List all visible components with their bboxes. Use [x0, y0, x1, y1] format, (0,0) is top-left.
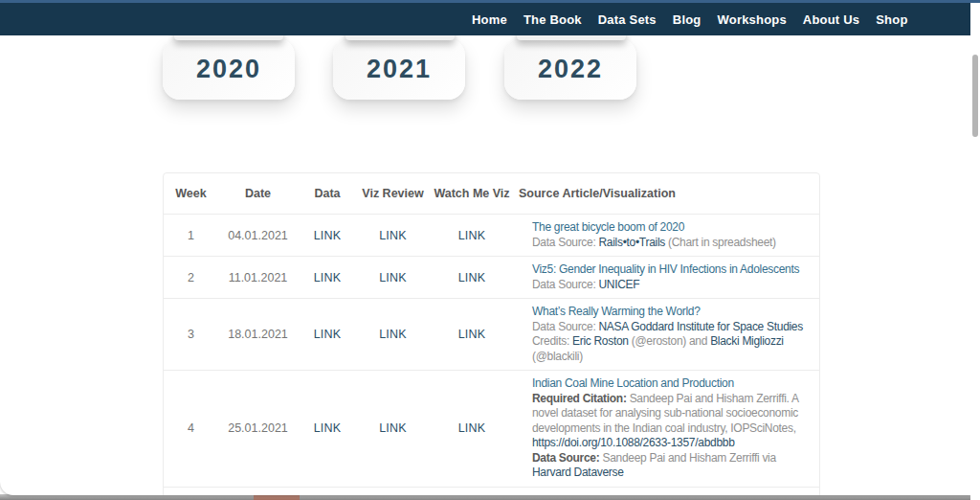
source-cell: Renewables Overtake Fossil Fuels in Euro…	[515, 495, 819, 496]
col-header-source: Source Article/Visualization	[515, 173, 819, 214]
date-cell: 04.01.2021	[218, 229, 298, 242]
date-cell: 25.01.2021	[218, 421, 298, 435]
credit-link[interactable]: Eric Roston	[572, 334, 629, 348]
data-source-note: (Chart in spreadsheet)	[665, 236, 776, 249]
watch-me-viz-link[interactable]: LINK	[429, 421, 515, 435]
nav-item-data-sets[interactable]: Data Sets	[598, 12, 657, 27]
watch-me-viz-link[interactable]: LINK	[429, 229, 515, 242]
credits-text: (@eroston) and	[629, 334, 710, 348]
article-title-link[interactable]: The great bicycle boom of 2020	[532, 220, 806, 236]
col-header-week: Week	[164, 180, 218, 207]
year-button-2020[interactable]: 2020	[163, 38, 295, 100]
week-cell: 3	[164, 328, 218, 341]
source-cell: The great bicycle boom of 2020 Data Sour…	[515, 215, 819, 256]
data-link[interactable]: LINK	[298, 271, 357, 284]
date-cell: 11.01.2021	[218, 271, 298, 284]
article-title-link[interactable]: Viz5: Gender Inequality in HIV Infection…	[532, 262, 806, 278]
col-header-data: Data	[298, 180, 357, 207]
top-accent-bar	[0, 0, 980, 3]
data-source-text: Sandeep Pai and Hisham Zerriffi via	[599, 451, 775, 465]
nav-item-about-us[interactable]: About Us	[803, 12, 859, 27]
nav-item-workshops[interactable]: Workshops	[718, 12, 787, 27]
nav-item-the-book[interactable]: The Book	[523, 12, 582, 27]
nav-item-shop[interactable]: Shop	[876, 12, 907, 27]
week-cell: 4	[164, 421, 218, 435]
year-button-2021[interactable]: 2021	[333, 38, 465, 100]
data-source-link[interactable]: NASA Goddard Institute for Space Studies	[598, 320, 802, 333]
credits-text: (@blackili)	[532, 350, 583, 363]
col-header-viz-review: Viz Review	[357, 180, 429, 207]
data-link[interactable]: LINK	[298, 421, 357, 435]
viz-table: Week Date Data Viz Review Watch Me Viz S…	[163, 172, 820, 495]
viz-review-link[interactable]: LINK	[357, 271, 429, 284]
table-row: 4 25.01.2021 LINK LINK LINK Indian Coal …	[164, 370, 819, 487]
col-header-date: Date	[218, 180, 298, 207]
date-cell: 18.01.2021	[218, 328, 298, 341]
source-cell: Viz5: Gender Inequality in HIV Infection…	[515, 257, 819, 298]
data-source-link[interactable]: Rails•to•Trails	[598, 236, 664, 249]
data-link[interactable]: LINK	[298, 328, 357, 341]
year-button-2022[interactable]: 2022	[504, 38, 636, 100]
viz-review-link[interactable]: LINK	[357, 421, 429, 435]
source-cell: Indian Coal Mine Location and Production…	[515, 371, 819, 487]
data-source-label: Data Source:	[532, 451, 599, 465]
main-nav: Home The Book Data Sets Blog Workshops A…	[0, 3, 970, 35]
table-row: 2 11.01.2021 LINK LINK LINK Viz5: Gender…	[164, 256, 819, 298]
table-header-row: Week Date Data Viz Review Watch Me Viz S…	[164, 173, 819, 214]
data-source-label: Data Source:	[532, 278, 598, 291]
watch-me-viz-link[interactable]: LINK	[429, 271, 515, 284]
watch-me-viz-link[interactable]: LINK	[429, 328, 515, 341]
source-cell: What’s Really Warming the World? Data So…	[515, 299, 819, 370]
viz-review-link[interactable]: LINK	[357, 229, 429, 242]
credits-label: Credits:	[532, 334, 572, 348]
col-header-watch-me-viz: Watch Me Viz	[429, 180, 515, 207]
data-source-label: Data Source:	[532, 320, 598, 333]
week-cell: 2	[164, 271, 218, 284]
article-title-link[interactable]: What’s Really Warming the World?	[532, 305, 806, 320]
viz-review-link[interactable]: LINK	[357, 328, 429, 341]
article-title-link[interactable]: Indian Coal Mine Location and Production	[532, 376, 806, 392]
nav-item-blog[interactable]: Blog	[673, 12, 702, 27]
table-row: 1 04.01.2021 LINK LINK LINK The great bi…	[164, 214, 819, 256]
nav-item-home[interactable]: Home	[472, 12, 507, 27]
table-row: 3 18.01.2021 LINK LINK LINK What’s Reall…	[164, 298, 819, 370]
data-source-label: Data Source:	[532, 236, 598, 249]
bottom-strip-accent	[254, 495, 300, 500]
data-source-link[interactable]: UNICEF	[598, 278, 639, 291]
data-link[interactable]: LINK	[298, 229, 357, 242]
credit-link[interactable]: Blacki Migliozzi	[710, 334, 784, 348]
data-source-link[interactable]: Harvard Dataverse	[532, 466, 624, 479]
table-row: 5 01.02.2021 LINK LINK LINK Renewables O…	[164, 487, 819, 496]
week-cell: 1	[164, 229, 218, 242]
page-card: 2020 2021 2022 Week Date Data Viz Review…	[0, 35, 970, 495]
scrollbar-thumb[interactable]	[972, 55, 978, 137]
doi-link[interactable]: https://doi.org/10.1088/2633-1357/abdbbb	[532, 436, 735, 449]
required-citation-label: Required Citation:	[532, 392, 627, 405]
